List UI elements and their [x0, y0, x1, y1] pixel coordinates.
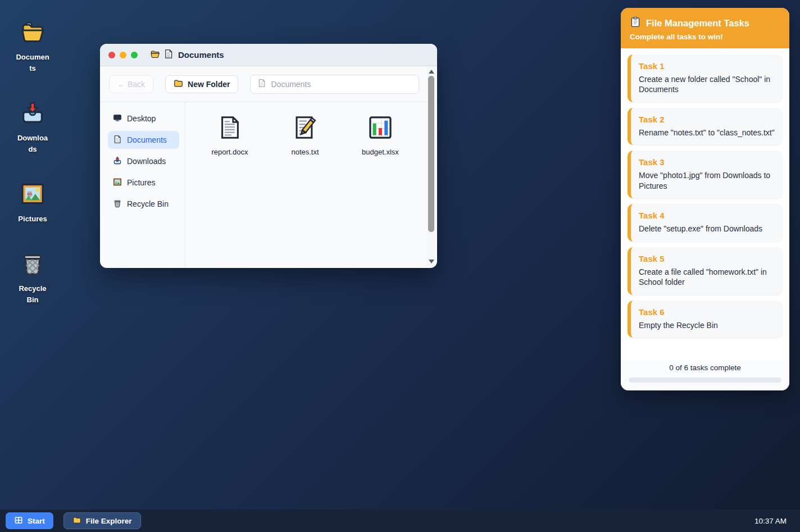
path-text: Documents — [271, 80, 311, 89]
taskbar: Start File Explorer 10:37 AM — [0, 510, 800, 532]
clock: 10:37 AM — [754, 517, 787, 525]
scroll-down-arrow[interactable] — [429, 260, 434, 263]
task-description: Rename "notes.txt" to "class_notes.txt" — [639, 128, 775, 138]
desktop-icon-label: Documents — [15, 52, 50, 74]
task-title: Task 1 — [639, 61, 775, 71]
file-notes-txt[interactable]: notes.txt — [274, 115, 336, 156]
scroll-up-arrow[interactable] — [429, 70, 434, 74]
close-button[interactable] — [108, 52, 115, 58]
scrollbar[interactable] — [427, 67, 435, 266]
file-name: budget.xlsx — [362, 148, 399, 156]
sidebar: Desktop Documents Downloads Pictures Rec… — [100, 102, 185, 268]
task-title: Task 3 — [639, 157, 775, 167]
maximize-button[interactable] — [131, 52, 138, 58]
window-toolbar: ← Back New Folder Documents — [100, 66, 437, 102]
wastebasket-icon — [113, 199, 122, 210]
task-description: Create a new folder called "School" in D… — [639, 74, 775, 95]
new-folder-label: New Folder — [188, 80, 230, 89]
new-folder-button[interactable]: New Folder — [165, 75, 238, 93]
document-icon — [257, 79, 266, 89]
file-budget-xlsx[interactable]: budget.xlsx — [349, 115, 411, 156]
open-folder-icon — [150, 49, 160, 61]
desktop-icon-recycle-bin[interactable]: Recycle Bin — [7, 251, 58, 306]
minimize-button[interactable] — [120, 52, 126, 58]
progress-label: 0 of 6 tasks complete — [629, 363, 781, 372]
task-panel-subtitle: Complete all tasks to win! — [630, 33, 780, 41]
task-panel: File Management Tasks Complete all tasks… — [621, 8, 789, 390]
desktop-icon-pictures[interactable]: Pictures — [7, 181, 58, 225]
task-card: Task 5 Create a file called "homework.tx… — [628, 247, 783, 295]
task-card: Task 6 Empty the Recycle Bin — [628, 301, 783, 338]
desktop-icon-label: Pictures — [15, 213, 50, 225]
sidebar-item-label: Desktop — [127, 114, 156, 123]
desktop-icon-label: Recycle Bin — [15, 283, 50, 306]
task-description: Create a file called "homework.txt" in S… — [639, 267, 775, 288]
wastebasket-icon — [20, 251, 46, 279]
sidebar-item-label: Pictures — [127, 178, 156, 187]
sidebar-item-label: Documents — [127, 135, 167, 144]
memo-icon — [292, 115, 318, 143]
progress-bar — [629, 378, 781, 383]
desktop-icons: Documents Downloads Pictures Recycle Bin — [7, 19, 58, 306]
sidebar-item-recycle-bin[interactable]: Recycle Bin — [108, 195, 179, 213]
window-title: Documents — [178, 50, 224, 60]
document-icon — [163, 49, 174, 61]
start-label: Start — [28, 517, 45, 525]
scrollbar-thumb[interactable] — [428, 76, 434, 232]
inbox-tray-icon — [20, 100, 46, 128]
task-description: Delete "setup.exe" from Downloads — [639, 224, 775, 234]
back-button[interactable]: ← Back — [109, 75, 153, 93]
sidebar-item-label: Downloads — [127, 157, 166, 166]
folder-icon — [174, 79, 183, 90]
desktop: Documents Downloads Pictures Recycle Bin — [0, 0, 800, 532]
task-panel-footer: 0 of 6 tasks complete — [621, 360, 789, 390]
folder-icon — [72, 516, 81, 526]
task-list: Task 1 Create a new folder called "Schoo… — [621, 48, 789, 360]
desktop-icon-documents[interactable]: Documents — [7, 19, 58, 74]
file-explorer-label: File Explorer — [86, 517, 132, 525]
file-name: report.docx — [211, 148, 248, 156]
desktop-computer-icon — [113, 113, 122, 124]
sidebar-item-label: Recycle Bin — [127, 199, 169, 208]
desktop-icon-downloads[interactable]: Downloads — [7, 100, 58, 155]
task-description: Move "photo1.jpg" from Downloads to Pict… — [639, 170, 775, 191]
task-panel-header: File Management Tasks Complete all tasks… — [621, 8, 789, 48]
file-report-docx[interactable]: report.docx — [199, 115, 261, 156]
bar-chart-icon — [367, 115, 393, 143]
sidebar-item-downloads[interactable]: Downloads — [108, 152, 179, 170]
task-title: Task 4 — [639, 211, 775, 220]
file-grid: report.docx notes.txt budget.xlsx — [185, 102, 437, 268]
start-button[interactable]: Start — [6, 512, 53, 529]
sidebar-item-documents[interactable]: Documents — [108, 131, 179, 149]
task-title: Task 2 — [639, 115, 775, 124]
open-folder-icon — [20, 19, 46, 47]
path-input[interactable]: Documents — [250, 75, 419, 94]
task-panel-title: File Management Tasks — [646, 18, 749, 29]
task-card: Task 4 Delete "setup.exe" from Downloads — [628, 204, 783, 241]
task-description: Empty the Recycle Bin — [639, 320, 775, 330]
desktop-icon-label: Downloads — [15, 133, 50, 155]
window-titlebar[interactable]: Documents — [100, 44, 437, 66]
document-icon — [217, 115, 243, 143]
task-card: Task 1 Create a new folder called "Schoo… — [628, 54, 783, 102]
framed-picture-icon — [113, 178, 122, 188]
task-card: Task 2 Rename "notes.txt" to "class_note… — [628, 108, 783, 145]
windows-grid-icon — [14, 516, 23, 526]
task-title: Task 5 — [639, 254, 775, 263]
framed-picture-icon — [20, 181, 46, 209]
inbox-tray-icon — [113, 156, 122, 167]
clipboard-icon — [630, 16, 641, 30]
taskbar-file-explorer-button[interactable]: File Explorer — [63, 512, 141, 529]
task-title: Task 6 — [639, 307, 775, 317]
file-name: notes.txt — [291, 148, 319, 156]
file-explorer-window: Documents ← Back New Folder Documents De… — [100, 44, 437, 268]
task-card: Task 3 Move "photo1.jpg" from Downloads … — [628, 151, 783, 198]
sidebar-item-desktop[interactable]: Desktop — [108, 110, 179, 128]
sidebar-item-pictures[interactable]: Pictures — [108, 174, 179, 192]
document-icon — [113, 135, 122, 145]
